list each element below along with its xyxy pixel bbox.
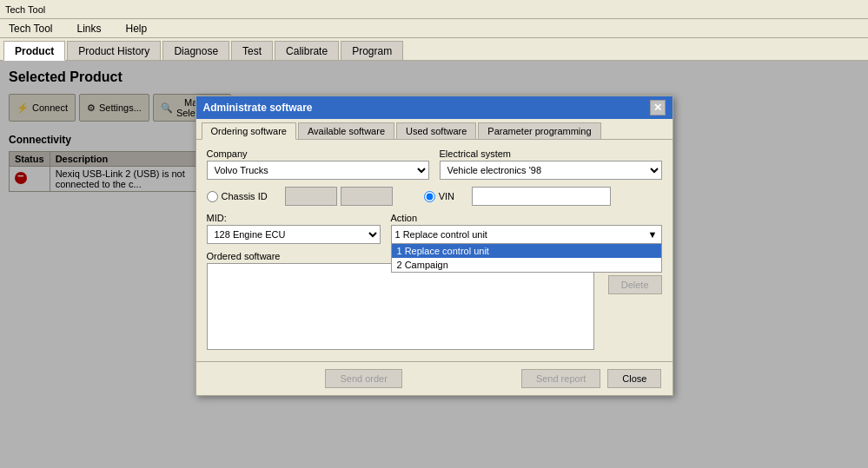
send-report-button[interactable]: Send report: [521, 369, 600, 388]
menu-links[interactable]: Links: [71, 21, 106, 36]
main-area: Selected Product ⚡ Connect ⚙ Settings...…: [0, 61, 868, 468]
vin-radio-label: VIN: [439, 191, 454, 201]
modal-title-bar: Administrate software ✕: [196, 96, 673, 119]
tab-product[interactable]: Product: [3, 41, 65, 61]
tab-bar: Product Product History Diagnose Test Ca…: [0, 38, 868, 61]
modal-tab-available[interactable]: Available software: [298, 122, 394, 139]
electrical-system-select[interactable]: Vehicle electronics '98: [440, 161, 662, 180]
electrical-dropdown-wrapper: Vehicle electronics '98: [440, 161, 662, 180]
close-button[interactable]: Close: [607, 369, 661, 388]
tab-calibrate[interactable]: Calibrate: [275, 41, 339, 60]
vin-input[interactable]: [472, 187, 611, 206]
title-bar: Tech Tool: [0, 0, 868, 19]
tab-diagnose[interactable]: Diagnose: [162, 41, 229, 60]
menu-help[interactable]: Help: [121, 21, 153, 36]
modal-tabs: Ordering software Available software Use…: [196, 119, 673, 140]
vin-input-group: [472, 187, 611, 206]
action-dropdown-open: 1 Replace control unit ▼ 1 Replace contr…: [391, 225, 662, 244]
action-dropdown-input[interactable]: 1 Replace control unit ▼: [391, 225, 662, 244]
company-col: Company Volvo Trucks: [207, 148, 429, 180]
dropdown-arrow-icon: ▼: [648, 229, 658, 240]
mid-select[interactable]: 128 Engine ECU: [207, 225, 381, 244]
company-electrical-row: Company Volvo Trucks Electrical system V…: [207, 148, 662, 180]
tab-program[interactable]: Program: [341, 41, 403, 60]
modal-tab-ordering[interactable]: Ordering software: [202, 122, 296, 140]
modal-overlay: Administrate software ✕ Ordering softwar…: [0, 61, 868, 468]
mid-col: MID: 128 Engine ECU: [207, 213, 381, 244]
chassis-input-2[interactable]: [341, 187, 393, 206]
chassis-id-radio[interactable]: [207, 191, 218, 202]
action-option-2[interactable]: 2 Campaign: [392, 258, 661, 272]
menu-tech-tool[interactable]: Tech Tool: [3, 21, 57, 36]
tab-test[interactable]: Test: [231, 41, 273, 60]
electrical-system-label: Electrical system: [440, 148, 662, 159]
modal-tab-parameter[interactable]: Parameter programming: [478, 122, 600, 139]
company-dropdown-wrapper: Volvo Trucks: [207, 161, 429, 180]
tab-product-history[interactable]: Product History: [67, 41, 161, 60]
menu-bar: Tech Tool Links Help: [0, 19, 868, 38]
action-selected-value: 1 Replace control unit: [395, 229, 487, 240]
modal-body: Company Volvo Trucks Electrical system V…: [196, 140, 673, 361]
mid-action-row: MID: 128 Engine ECU Action 1 Replace: [207, 213, 662, 244]
modal-tab-used[interactable]: Used software: [396, 122, 476, 139]
vin-radio-item: VIN: [424, 191, 454, 202]
electrical-col: Electrical system Vehicle electronics '9…: [440, 148, 662, 180]
vin-radio[interactable]: [424, 191, 435, 202]
chassis-inputs: [285, 187, 393, 206]
company-select[interactable]: Volvo Trucks: [207, 161, 429, 180]
chassis-id-radio-item: Chassis ID: [207, 191, 268, 202]
app-title: Tech Tool: [5, 4, 45, 15]
ordered-sw-textarea[interactable]: [207, 263, 594, 350]
footer-right-buttons: Send report Close: [521, 369, 662, 388]
action-dropdown-list: 1 Replace control unit 2 Campaign: [391, 244, 662, 273]
modal-footer: Send order Send report Close: [196, 361, 673, 395]
chassis-input-1[interactable]: [285, 187, 337, 206]
delete-button[interactable]: Delete: [608, 275, 662, 294]
mid-dropdown-wrapper: 128 Engine ECU: [207, 225, 381, 244]
mid-label: MID:: [207, 213, 381, 223]
modal-title: Administrate software: [203, 102, 313, 114]
modal-close-button[interactable]: ✕: [650, 100, 666, 115]
action-col: Action 1 Replace control unit ▼ 1 Replac…: [391, 213, 662, 244]
modal-dialog: Administrate software ✕ Ordering softwar…: [195, 96, 673, 396]
chassis-id-radio-label: Chassis ID: [222, 191, 268, 201]
send-order-button[interactable]: Send order: [325, 369, 401, 388]
company-label: Company: [207, 148, 429, 159]
action-label: Action: [391, 213, 662, 223]
action-option-1[interactable]: 1 Replace control unit: [392, 244, 661, 258]
chassis-vin-radio-group: Chassis ID VIN: [207, 187, 662, 206]
